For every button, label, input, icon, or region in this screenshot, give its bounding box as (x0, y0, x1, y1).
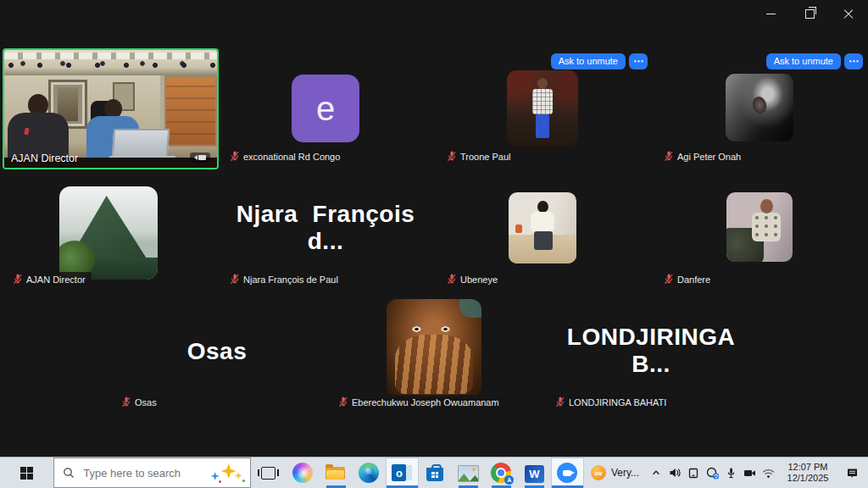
participant-tile-video-ajan-director[interactable]: AJAN Director (3, 48, 219, 169)
taskbar-app-copilot[interactable] (287, 458, 320, 488)
taskbar-app-photos[interactable] (452, 458, 485, 488)
device-connect-button[interactable] (685, 461, 702, 485)
minimize-icon (766, 14, 776, 14)
system-tray: uv Very... (584, 458, 868, 488)
zoom-app-icon (557, 463, 577, 483)
search-icon (63, 467, 75, 479)
taskbar-clock[interactable]: 12:07 PM 12/1/2025 (778, 462, 837, 484)
muted-mic-icon (120, 396, 131, 408)
microsoft-store-icon (425, 463, 445, 483)
task-view-button[interactable] (251, 458, 287, 488)
participant-tile-exconational[interactable]: e exconational Rd Congo (217, 48, 434, 168)
participant-name-label: Eberechukwu Joseph Owuamanam (333, 395, 505, 409)
muted-mic-icon (229, 151, 240, 162)
taskbar-app-outlook[interactable]: o (386, 458, 419, 488)
photos-icon (458, 465, 478, 485)
participant-tile-ubeneye[interactable]: Ubeneye (434, 169, 651, 291)
zoom-meeting-window: AJAN Director e exconational Rd Congo As… (0, 0, 868, 488)
participant-name-label: Danfere (659, 272, 716, 286)
chevron-up-icon (650, 467, 662, 479)
camera-icon (743, 466, 757, 480)
profile-photo (509, 192, 576, 263)
word-icon: W (525, 465, 544, 483)
hidden-icons-chevron[interactable] (648, 461, 665, 485)
restore-button[interactable] (790, 0, 829, 28)
participant-name-label: Ubeneye (442, 272, 504, 286)
windows-taskbar: o A W uv Very... (0, 457, 868, 488)
participant-name-label: LONDJIRINGA BAHATI (550, 395, 672, 409)
room-panorama-strip (4, 50, 217, 75)
copilot-icon (292, 463, 313, 483)
more-options-icon: ⋯ (849, 57, 859, 66)
close-icon (843, 9, 854, 19)
ask-to-unmute-button[interactable]: Ask to unmute (766, 53, 841, 69)
profile-photo (59, 186, 158, 280)
close-button[interactable] (829, 0, 868, 28)
volume-button[interactable] (666, 461, 683, 485)
windows-logo-icon (20, 467, 33, 480)
muted-mic-icon (12, 274, 23, 285)
taskbar-app-chrome[interactable]: A (485, 458, 518, 488)
taskbar-app-file-explorer[interactable] (320, 458, 353, 488)
ask-to-unmute-button[interactable]: Ask to unmute (551, 53, 626, 69)
task-view-icon (261, 467, 275, 480)
profile-photo (387, 299, 481, 397)
wifi-button[interactable] (760, 461, 776, 485)
device-icon (687, 466, 700, 480)
muted-mic-icon (446, 151, 457, 162)
wifi-icon (761, 466, 776, 480)
search-input[interactable] (81, 466, 185, 480)
pinned-apps: o A W (287, 458, 584, 488)
muted-mic-icon (663, 151, 674, 162)
taskbar-app-zoom[interactable] (551, 458, 584, 488)
more-options-button[interactable]: ⋯ (844, 53, 863, 69)
participant-tile-osas[interactable]: Osas Osas (108, 292, 326, 413)
participant-display-name: LONDJIRINGA B... (542, 323, 760, 377)
clock-date: 12/1/2025 (782, 473, 834, 484)
participant-display-name: Njara François d... (217, 200, 434, 254)
uv-app-icon: uv (591, 465, 606, 480)
edge-icon (359, 463, 379, 483)
taskbar-app-uv[interactable]: uv Very... (584, 458, 646, 488)
onedrive-sync-button[interactable] (704, 461, 721, 485)
participant-tile-agi-peter-onah[interactable]: Ask to unmute ⋯ Agi Peter Onah (651, 48, 868, 168)
more-options-button[interactable]: ⋯ (629, 53, 648, 69)
participant-name-label: exconational Rd Congo (225, 149, 346, 164)
speaker-icon (668, 466, 682, 480)
taskbar-app-microsoft-store[interactable] (419, 458, 452, 488)
taskbar-search[interactable] (53, 458, 251, 488)
start-button[interactable] (0, 458, 53, 488)
taskbar-app-edge[interactable] (353, 458, 386, 488)
participant-tile-troone-paul[interactable]: Ask to unmute ⋯ Troone Paul (434, 48, 651, 168)
participant-tile-eberechukwu[interactable]: Eberechukwu Joseph Owuamanam (326, 292, 542, 413)
participant-tile-njara[interactable]: Njara François d... Njara François de Pa… (217, 169, 434, 291)
participant-tile-ajan-director-2[interactable]: AJAN Director (0, 169, 217, 291)
chrome-icon: A (491, 463, 511, 483)
participant-tile-londjiringa[interactable]: LONDJIRINGA B... LONDJIRINGA BAHATI (542, 292, 760, 413)
participant-display-name: Osas (108, 338, 326, 365)
participant-name-label: Njara François de Paul (225, 272, 344, 286)
participant-name-label: Agi Peter Onah (659, 149, 747, 164)
window-controls (751, 0, 868, 28)
minimize-button[interactable] (751, 0, 790, 28)
muted-mic-icon (554, 396, 565, 408)
muted-mic-icon (663, 274, 674, 285)
profile-photo (507, 70, 578, 147)
letter-avatar: e (292, 75, 359, 142)
outlook-icon: o (392, 463, 412, 483)
microphone-button[interactable] (722, 461, 739, 485)
file-explorer-icon (326, 465, 346, 485)
taskbar-app-word[interactable]: W (518, 458, 551, 488)
camera-tray-button[interactable] (741, 461, 758, 485)
search-highlights-icon[interactable] (209, 462, 245, 484)
sync-icon (705, 466, 720, 480)
participant-name-label: Osas (116, 395, 163, 409)
participant-tile-danfere[interactable]: Danfere (651, 169, 868, 291)
participant-name-label: Troone Paul (442, 149, 517, 164)
action-center-button[interactable] (839, 466, 865, 480)
profile-photo (726, 192, 793, 262)
more-options-icon: ⋯ (633, 57, 643, 66)
camera-on-icon (190, 152, 210, 163)
action-center-icon (845, 466, 860, 480)
muted-mic-icon (229, 274, 240, 285)
